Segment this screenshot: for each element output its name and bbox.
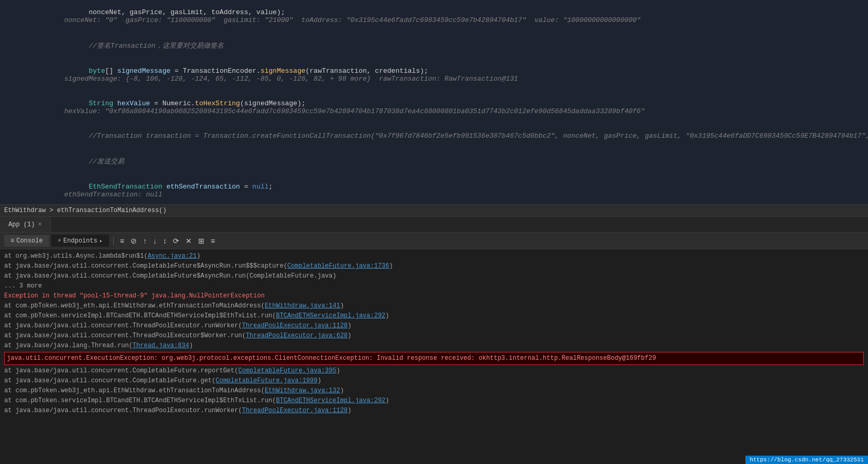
console-link[interactable]: EthWithdraw.java:141: [265, 302, 340, 310]
console-tab[interactable]: ≡ Console: [4, 235, 49, 247]
tab-bar: App (1) ×: [0, 217, 868, 233]
toolbar-collapse-btn[interactable]: ↕: [161, 236, 169, 246]
console-line: at com.pbToken.serviceImpl.BTCandETH.BTC…: [4, 311, 864, 321]
console-line: at java.base/java.lang.Thread.run(Thread…: [4, 341, 864, 351]
breadcrumb: EthWithdraw > ethTransactionToMainAddres…: [0, 204, 868, 217]
console-link[interactable]: CompletableFuture.java:1999: [215, 377, 317, 384]
toolbar-separator: [113, 237, 114, 245]
console-line: at java.base/java.util.concurrent.Thread…: [4, 331, 864, 341]
code-line: nonceNet, gasPrice, gasLimit, toAddress,…: [0, 0, 868, 32]
console-link[interactable]: ThreadPoolExecutor.java:1128: [242, 407, 348, 414]
console-link[interactable]: CompletableFuture.java:395: [238, 367, 336, 374]
tab-item-app[interactable]: App (1) ×: [0, 217, 51, 232]
status-bar: https://blog.csdn.net/qq_27332531: [745, 456, 868, 464]
toolbar-stop-btn[interactable]: ✕: [183, 236, 194, 246]
console-icon: ≡: [10, 237, 14, 245]
console-output: at org.web3j.utils.Async.lambda$run$1(As…: [0, 249, 868, 464]
toolbar-refresh-btn[interactable]: ⟳: [171, 236, 181, 246]
console-line: at com.pbToken.web3j_eth.api.EthWithdraw…: [4, 301, 864, 311]
console-link[interactable]: EthWithdraw.java:132: [265, 387, 340, 394]
status-url: https://blog.csdn.net/qq_27332531: [750, 457, 864, 463]
console-line: at org.web3j.utils.Async.lambda$run$1(As…: [4, 251, 864, 261]
console-toolbar: ≡ Console ⚡ Endpoints ▸ ≡ ⊘ ↑ ↓ ↕ ⟳ ✕ ⊞ …: [0, 233, 868, 249]
endpoints-tab[interactable]: ⚡ Endpoints ▸: [51, 235, 109, 247]
console-line: at java.base/java.util.concurrent.Comple…: [4, 271, 864, 281]
console-label: Console: [16, 237, 42, 245]
endpoints-icon: ⚡: [58, 237, 61, 245]
console-line: at java.base/java.util.concurrent.Comple…: [4, 376, 864, 386]
console-link[interactable]: Async.java:21: [148, 252, 197, 260]
console-line: at com.pbToken.serviceImpl.BTCandETH.BTC…: [4, 396, 864, 406]
breadcrumb-text: EthWithdraw > ethTransactionToMainAddres…: [4, 207, 167, 214]
code-editor: nonceNet, gasPrice, gasLimit, toAddress,…: [0, 0, 868, 204]
code-line: String hexValue = Numeric.toHexString(si…: [0, 91, 868, 124]
console-link[interactable]: Thread.java:834: [133, 342, 189, 349]
console-link[interactable]: BTCAndETHServiceImpl.java:292: [276, 397, 385, 404]
console-line: at com.pbToken.web3j_eth.api.EthWithdraw…: [4, 386, 864, 396]
toolbar-grid-btn[interactable]: ⊞: [196, 236, 207, 246]
console-exception-highlight: java.util.concurrent.ExecutionException:…: [4, 352, 864, 365]
console-line: at java.base/java.util.concurrent.Thread…: [4, 321, 864, 331]
toolbar-up-btn[interactable]: ↑: [141, 236, 149, 246]
console-exception-line: Exception in thread "pool-15-thread-9" j…: [4, 291, 864, 301]
code-line: byte[] signedMessage = TransactionEncode…: [0, 59, 868, 91]
endpoints-label: Endpoints: [63, 237, 97, 245]
code-line: //签名Transaction，这里要对交易做签名: [0, 32, 868, 59]
console-line: at java.base/java.util.concurrent.Thread…: [4, 406, 864, 416]
toolbar-list-btn[interactable]: ≡: [118, 236, 126, 246]
toolbar-down-btn[interactable]: ↓: [151, 236, 159, 246]
console-link[interactable]: BTCAndETHServiceImpl.java:292: [276, 312, 385, 319]
console-link[interactable]: ThreadPoolExecutor.java:1128: [242, 322, 348, 329]
code-line: //发送交易: [0, 148, 868, 174]
endpoints-arrow: ▸: [100, 238, 103, 244]
console-line: at java.base/java.util.concurrent.Comple…: [4, 261, 864, 271]
toolbar-menu-btn[interactable]: ≡: [209, 236, 217, 246]
tab-close-button[interactable]: ×: [38, 221, 41, 228]
console-line: ... 3 more: [4, 281, 864, 291]
tab-label: App (1): [8, 221, 35, 228]
toolbar-clear-btn[interactable]: ⊘: [128, 236, 139, 246]
console-line: at java.base/java.util.concurrent.Comple…: [4, 366, 864, 376]
console-link[interactable]: ThreadPoolExecutor.java:628: [246, 332, 348, 339]
code-line: //Transaction transaction = Transaction.…: [0, 124, 868, 148]
code-line: EthSendTransaction ethSendTransaction = …: [0, 174, 868, 204]
console-link[interactable]: CompletableFuture.java:1736: [287, 262, 389, 270]
